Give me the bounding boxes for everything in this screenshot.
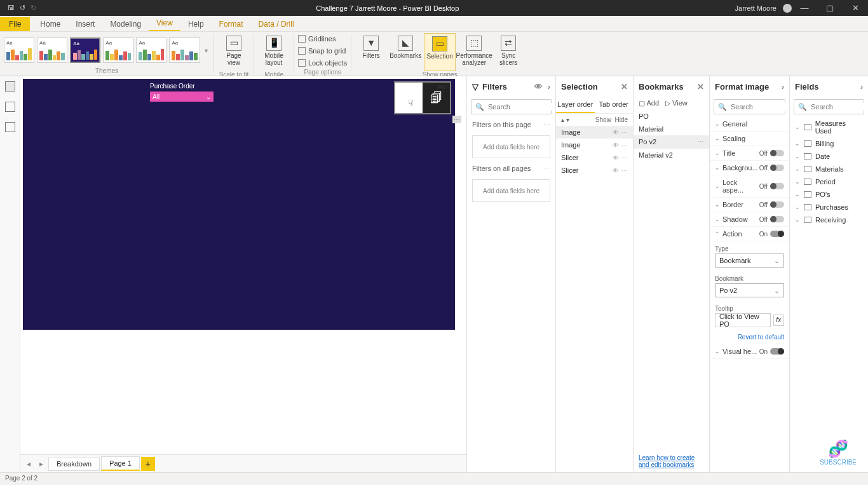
add-page-button[interactable]: + [141,457,155,471]
revert-default-link[interactable]: Revert to default [710,330,789,344]
page-prev-icon[interactable]: ◂ [23,459,34,468]
format-general[interactable]: ⌄General [710,117,789,132]
learn-bookmarks-link[interactable]: Learn how to create and edit bookmarks [639,454,695,468]
user-name[interactable]: Jarrett Moore [731,4,780,12]
close-icon[interactable]: ✕ [621,82,628,92]
page-tab-page1[interactable]: Page 1 [101,456,140,471]
layer-order-tab[interactable]: Layer order [556,97,595,113]
page-tab-breakdown[interactable]: Breakdown [48,457,100,471]
eye-icon[interactable]: 👁 [534,82,543,92]
undo-icon[interactable]: ↺ [20,4,25,12]
close-button[interactable]: ✕ [843,3,868,13]
format-shadow[interactable]: ⌄ShadowOff [710,212,789,227]
more-icon[interactable]: ⋯ [543,165,550,173]
table-pos[interactable]: ⌄PO's [790,188,868,201]
bookmarks-pane-button[interactable]: ◣Bookmarks [390,33,421,71]
theme-1[interactable]: Aa [4,37,34,63]
fx-button[interactable]: fx [773,315,784,326]
filters-pane-button[interactable]: ▼Filters [355,33,387,71]
po-image-visual[interactable]: PO ☟ 🗐 [394,81,451,114]
table-materials[interactable]: ⌄Materials [790,163,868,175]
page-view-button[interactable]: ▭Page view [218,33,250,71]
snap-checkbox[interactable]: Snap to grid [298,45,346,57]
action-bookmark-dropdown[interactable]: Po v2⌄ [715,283,784,297]
bookmark-view-button[interactable]: ▷ View [665,99,688,107]
table-measures[interactable]: ⌄Measures Used [790,117,868,137]
tooltip-input[interactable]: Click to View PO [715,313,771,327]
action-type-dropdown[interactable]: Bookmark⌄ [715,254,784,268]
add-fields-all[interactable]: Add data fields here [472,179,550,202]
tab-order-tab[interactable]: Tab order [595,97,634,113]
format-search[interactable]: 🔍 [714,99,785,114]
data-view-icon[interactable] [5,102,15,112]
selection-item-slicer2[interactable]: Slicer👁⋯ [556,164,633,177]
more-icon[interactable]: ⋯ [543,121,550,129]
selection-item-slicer[interactable]: Slicer👁⋯ [556,151,633,164]
bookmark-pov2[interactable]: Po v2⋯ [634,135,709,149]
filters-search[interactable]: 🔍 [471,99,552,114]
collapse-icon[interactable]: › [782,82,784,92]
add-fields-page[interactable]: Add data fields here [472,135,550,158]
format-scaling[interactable]: ⌄Scaling [710,132,789,146]
tab-help[interactable]: Help [180,17,212,31]
table-receiving[interactable]: ⌄Receiving [790,214,868,226]
perf-analyzer-button[interactable]: ⬚Performance analyzer [458,33,490,71]
model-view-icon[interactable] [5,122,15,132]
hide-label[interactable]: Hide [614,116,628,123]
close-icon[interactable]: ✕ [697,82,704,92]
bookmark-add-button[interactable]: ▢ Add [639,99,659,107]
gridlines-checkbox[interactable]: Gridlines [298,33,336,44]
table-purchases[interactable]: ⌄Purchases [790,201,868,214]
theme-3-selected[interactable]: Aa [70,37,100,63]
collapse-icon[interactable]: › [860,82,863,92]
format-lock-aspect[interactable]: ⌄Lock aspe...Off [710,175,789,198]
visual-more-icon[interactable]: ⋯ [452,116,461,123]
theme-2[interactable]: Aa [37,37,67,63]
format-border[interactable]: ⌄BorderOff [710,198,789,212]
subscribe-badge[interactable]: 🧬 SUBSCRIBE [820,439,857,466]
mobile-layout-button[interactable]: 📱Mobile layout [258,33,290,71]
sync-slicers-button[interactable]: ⇄Sync slicers [492,33,524,71]
format-action[interactable]: ⌃ActionOn [710,227,789,241]
tab-datadrill[interactable]: Data / Drill [251,17,302,31]
table-billing[interactable]: ⌄Billing [790,137,868,150]
theme-6[interactable]: Aa [169,37,200,63]
theme-5[interactable]: Aa [136,37,166,63]
redo-icon[interactable]: ↻ [31,4,36,12]
save-icon[interactable]: 🖫 [8,4,15,12]
tab-insert[interactable]: Insert [68,17,102,31]
table-date[interactable]: ⌄Date [790,150,868,163]
fields-search[interactable]: 🔍 [794,99,864,114]
table-period[interactable]: ⌄Period [790,175,868,188]
hidden-icon[interactable]: 👁 [613,129,619,136]
page-next-icon[interactable]: ▸ [36,459,47,468]
format-background[interactable]: ⌄Backgrou...Off [710,161,789,175]
more-icon[interactable]: ⋯ [697,138,704,146]
bookmark-po[interactable]: PO [634,110,709,123]
show-label[interactable]: Show [595,116,611,123]
report-view-icon[interactable] [5,81,15,92]
move-up-icon[interactable]: ▴ [561,116,564,123]
format-visual-header[interactable]: ⌄Visual he...On [710,344,789,359]
tab-format[interactable]: Format [212,17,251,31]
selection-item-image2[interactable]: Image👁⋯ [556,139,633,151]
avatar[interactable] [783,4,792,13]
file-tab[interactable]: File [0,17,30,31]
purchase-order-slicer[interactable]: All⌄ [150,92,214,102]
lock-checkbox[interactable]: Lock objects [298,57,347,69]
theme-4[interactable]: Aa [103,37,133,63]
themes-dropdown-icon[interactable]: ▾ [203,47,210,54]
hidden-icon[interactable]: 👁 [613,167,619,174]
maximize-button[interactable]: ▢ [817,3,843,13]
tab-home[interactable]: Home [32,17,68,31]
format-title[interactable]: ⌄TitleOff [710,146,789,161]
bookmark-material[interactable]: Material [634,123,709,135]
bookmark-materialv2[interactable]: Material v2 [634,149,709,161]
selection-item-image[interactable]: Image👁⋯ [556,126,633,139]
hidden-icon[interactable]: 👁 [613,142,619,149]
tab-modeling[interactable]: Modeling [102,17,149,31]
report-canvas[interactable]: Purchase Order All⌄ PO ☟ 🗐 ⋯ [23,79,455,330]
selection-pane-button[interactable]: ▭Selection [424,33,456,71]
tab-view[interactable]: View [149,16,180,31]
hidden-icon[interactable]: 👁 [613,154,619,161]
